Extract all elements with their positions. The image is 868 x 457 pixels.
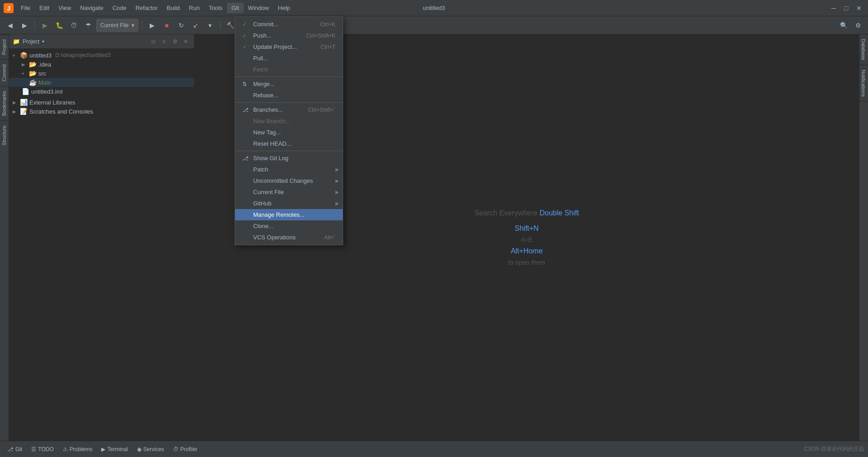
bottom-problems-btn[interactable]: ⚠ Problems bbox=[59, 445, 96, 454]
alt-home-hint: Alt+Home bbox=[511, 247, 543, 255]
panel-hide-btn[interactable]: ✕ bbox=[181, 37, 190, 46]
bottom-git-btn[interactable]: ⎇ Git bbox=[4, 445, 26, 454]
run-button[interactable]: ▶ bbox=[38, 19, 51, 32]
right-strip: Database Notifications bbox=[859, 34, 868, 441]
sidebar-item-notifications[interactable]: Notifications bbox=[859, 65, 868, 102]
project-icon: 📦 bbox=[20, 52, 28, 59]
toolbar-sep-3 bbox=[220, 21, 221, 30]
menu-git-update[interactable]: ✓ Update Project... Ctrl+T bbox=[235, 41, 343, 52]
menu-git-commit-label: Commit... bbox=[253, 21, 278, 28]
menu-git-rebase-label: Rebase... bbox=[253, 92, 278, 99]
tree-item-scratches[interactable]: ▶ 📝 Scratches and Consoles bbox=[9, 107, 194, 116]
menu-git-fetch: Fetch bbox=[235, 64, 343, 75]
bottom-profiler-btn[interactable]: ⏱ Profiler bbox=[170, 445, 201, 454]
menu-git-clone[interactable]: Clone... bbox=[235, 220, 343, 232]
menu-git-pull[interactable]: Pull... bbox=[235, 52, 343, 64]
git-menu: ✓ Commit... Ctrl+K ✓ Push... Ctrl+Shift+… bbox=[235, 16, 343, 245]
iml-file-icon: 📄 bbox=[22, 88, 29, 95]
bottom-profiler-label: Profiler bbox=[180, 446, 198, 452]
tree-item-root[interactable]: ▾ 📦 untitled3 D:\ideaproject\untitled3 bbox=[9, 51, 194, 60]
menu-git-github[interactable]: GitHub bbox=[235, 198, 343, 209]
menu-git-vcs-ops-label: VCS Operations bbox=[253, 234, 296, 241]
menu-edit[interactable]: Edit bbox=[35, 3, 54, 13]
close-button[interactable]: ✕ bbox=[854, 3, 864, 14]
search-everywhere-button[interactable]: 🔍 bbox=[837, 19, 850, 32]
menu-view[interactable]: View bbox=[54, 3, 75, 13]
rerun-button[interactable]: ↻ bbox=[175, 19, 188, 32]
coverage-button[interactable]: ☂ bbox=[82, 19, 94, 32]
sidebar-item-commit[interactable]: Commit bbox=[0, 59, 9, 86]
menu-window[interactable]: Window bbox=[244, 3, 274, 13]
menu-git-merge[interactable]: ⇅ Merge... bbox=[235, 78, 343, 90]
tree-item-src-name: src bbox=[38, 70, 46, 77]
menu-help[interactable]: Help bbox=[274, 3, 295, 13]
panel-locate-btn[interactable]: ⊙ bbox=[149, 37, 158, 46]
sidebar-item-database[interactable]: Database bbox=[859, 34, 868, 65]
project-dropdown-arrow[interactable]: ▾ bbox=[42, 39, 44, 44]
minimize-button[interactable]: ─ bbox=[828, 3, 839, 14]
bottom-terminal-label: Terminal bbox=[107, 446, 127, 452]
menu-git[interactable]: Git bbox=[227, 3, 244, 13]
stop-button[interactable]: ■ bbox=[160, 19, 173, 32]
arrow-icon-ext: ▶ bbox=[13, 100, 18, 105]
menu-git-commit[interactable]: ✓ Commit... Ctrl+K bbox=[235, 19, 343, 30]
project-panel-title: Project bbox=[23, 38, 39, 45]
menu-git-push-shortcut: Ctrl+Shift+K bbox=[306, 33, 335, 39]
back-button[interactable]: ◀ bbox=[4, 19, 16, 32]
menu-file[interactable]: File bbox=[16, 3, 35, 13]
tree-item-main[interactable]: ☕ Main bbox=[9, 78, 194, 87]
menu-tools[interactable]: Tools bbox=[204, 3, 227, 13]
tree-item-iml[interactable]: 📄 untitled3.iml bbox=[9, 87, 194, 96]
check-icon: ✓ bbox=[242, 21, 250, 28]
profile-button[interactable]: ⏱ bbox=[67, 19, 80, 32]
forward-button[interactable]: ▶ bbox=[18, 19, 31, 32]
more-button[interactable]: ▾ bbox=[204, 19, 217, 32]
menu-git-current-file[interactable]: Current File bbox=[235, 186, 343, 198]
menu-git-commit-shortcut: Ctrl+K bbox=[320, 21, 335, 28]
menu-build[interactable]: Build bbox=[162, 3, 184, 13]
menu-git-patch[interactable]: Patch bbox=[235, 164, 343, 175]
tree-item-idea[interactable]: ▶ 📂 .idea bbox=[9, 60, 194, 69]
run-config-button[interactable]: ▶ bbox=[146, 19, 159, 32]
maximize-button[interactable]: □ bbox=[841, 3, 852, 14]
menu-git-merge-label: Merge... bbox=[253, 81, 275, 87]
sidebar-item-structure[interactable]: Structure bbox=[0, 120, 9, 150]
menu-refactor[interactable]: Refactor bbox=[131, 3, 162, 13]
menu-git-push[interactable]: ✓ Push... Ctrl+Shift+K bbox=[235, 30, 343, 41]
panel-collapse-btn[interactable]: ≡ bbox=[160, 37, 169, 46]
sidebar-item-bookmarks[interactable]: Bookmarks bbox=[0, 86, 9, 120]
toolbar: ◀ ▶ ▶ 🐛 ⏱ ☂ Current File ▾ ▶ ■ ↻ ↙ ▾ 🔨 G… bbox=[0, 16, 868, 34]
menu-git-branches[interactable]: ⎇ Branches... Ctrl+Shift+` bbox=[235, 104, 343, 115]
project-panel: 📁 Project ▾ ⊙ ≡ ⚙ ✕ ▾ 📦 untitled3 D:\ide… bbox=[9, 34, 194, 441]
menu-git-uncommitted[interactable]: Uncommitted Changes bbox=[235, 175, 343, 186]
menu-sep-2 bbox=[235, 102, 343, 103]
folder-icon: 📁 bbox=[13, 38, 20, 45]
menu-git-vcs-ops[interactable]: VCS Operations Alt+` bbox=[235, 232, 343, 243]
settings-button[interactable]: ⚙ bbox=[852, 19, 864, 32]
menu-git-rebase[interactable]: Rebase... bbox=[235, 90, 343, 101]
menu-git-manage-remotes[interactable]: Manage Remotes... bbox=[235, 209, 343, 220]
sidebar-item-project[interactable]: Project bbox=[0, 34, 9, 59]
debug-button[interactable]: 🐛 bbox=[53, 19, 66, 32]
menu-git-new-branch-label: New Branch... bbox=[253, 118, 290, 124]
menu-code[interactable]: Code bbox=[108, 3, 131, 13]
menu-sep-1 bbox=[235, 76, 343, 77]
check-icon-3: ✓ bbox=[242, 44, 250, 50]
menu-git-show-log[interactable]: ⎇ Show Git Log bbox=[235, 152, 343, 164]
apply-button[interactable]: ↙ bbox=[189, 19, 202, 32]
bottom-todo-btn[interactable]: ☰ TODO bbox=[28, 445, 57, 454]
menu-git-reset-head[interactable]: Reset HEAD... bbox=[235, 138, 343, 149]
menu-navigate[interactable]: Navigate bbox=[75, 3, 108, 13]
menu-git-new-tag[interactable]: New Tag... bbox=[235, 127, 343, 138]
panel-settings-btn[interactable]: ⚙ bbox=[170, 37, 179, 46]
menu-git-update-label: Update Project... bbox=[253, 43, 297, 50]
bottom-terminal-btn[interactable]: ▶ Terminal bbox=[98, 445, 131, 454]
window-controls: ─ □ ✕ bbox=[828, 3, 864, 14]
current-file-dropdown[interactable]: Current File ▾ bbox=[96, 19, 138, 32]
svg-text:J: J bbox=[7, 5, 10, 12]
bottom-services-btn[interactable]: ◉ Services bbox=[133, 445, 168, 454]
tree-item-src[interactable]: ▾ 📂 src bbox=[9, 69, 194, 78]
tree-item-ext-libs[interactable]: ▶ 📊 External Libraries bbox=[9, 98, 194, 107]
menu-run[interactable]: Run bbox=[184, 3, 204, 13]
panel-controls: ⊙ ≡ ⚙ ✕ bbox=[149, 37, 190, 46]
